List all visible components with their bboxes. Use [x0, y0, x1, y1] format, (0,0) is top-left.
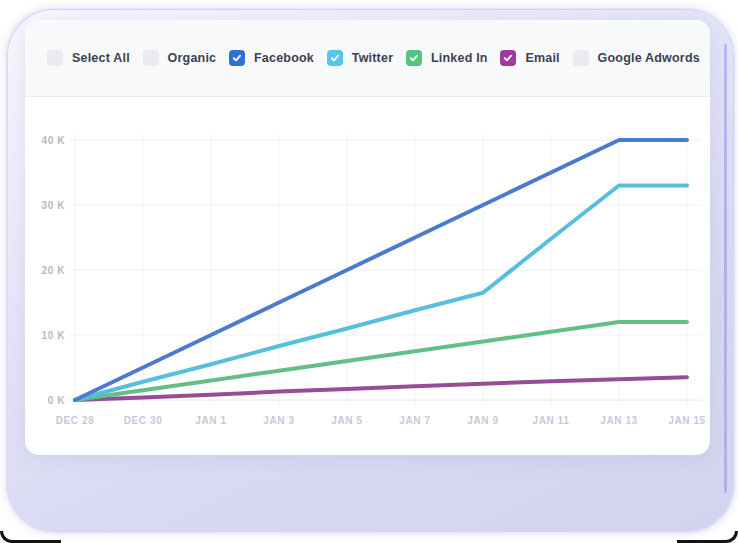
series-line-twitter: [75, 186, 687, 401]
checkbox-icon[interactable]: [229, 50, 245, 66]
filter-twitter[interactable]: Twitter: [327, 50, 393, 66]
filter-email[interactable]: Email: [500, 50, 559, 66]
checkbox-icon[interactable]: [573, 50, 589, 66]
screen-corner-bottom-left: [0, 531, 61, 543]
checkbox-icon[interactable]: [327, 50, 343, 66]
filter-google-adwords[interactable]: Google Adwords: [573, 50, 700, 66]
filter-label: Organic: [168, 51, 217, 65]
filter-label: Facebook: [254, 51, 314, 65]
filter-label: Twitter: [352, 51, 393, 65]
filter-organic[interactable]: Organic: [143, 50, 217, 66]
check-icon: [409, 53, 419, 63]
y-axis-label: 20 K: [41, 265, 65, 276]
filter-label: Select All: [72, 51, 130, 65]
x-axis-label: JAN 1: [195, 415, 226, 426]
x-axis-label: JAN 7: [399, 415, 430, 426]
check-icon: [503, 53, 513, 63]
screen-corner-bottom-right: [677, 531, 738, 543]
checkbox-icon[interactable]: [47, 50, 63, 66]
y-axis-label: 30 K: [41, 200, 65, 211]
x-axis-label: DEC 30: [124, 415, 163, 426]
filter-label: Google Adwords: [598, 51, 700, 65]
filter-linked-in[interactable]: Linked In: [406, 50, 488, 66]
x-axis-label: JAN 13: [600, 415, 638, 426]
checkbox-icon[interactable]: [143, 50, 159, 66]
filter-select-all[interactable]: Select All: [47, 50, 130, 66]
x-axis-label: DEC 28: [56, 415, 95, 426]
y-axis-label: 10 K: [41, 330, 65, 341]
chart-card: Select All Organic Facebook Twitter Link: [25, 20, 710, 455]
legend-filter-bar: Select All Organic Facebook Twitter Link: [25, 20, 710, 97]
x-axis-label: JAN 5: [331, 415, 362, 426]
x-axis-label: JAN 9: [467, 415, 498, 426]
checkbox-icon[interactable]: [500, 50, 516, 66]
x-axis-label: JAN 15: [668, 415, 706, 426]
y-axis-label: 40 K: [41, 135, 65, 146]
frame-right-accent: [724, 44, 727, 493]
filter-facebook[interactable]: Facebook: [229, 50, 314, 66]
x-axis-label: JAN 11: [533, 415, 570, 426]
filter-label: Linked In: [431, 51, 488, 65]
filter-label: Email: [525, 51, 559, 65]
chart-area: 0 K10 K20 K30 K40 KDEC 28DEC 30JAN 1JAN …: [25, 97, 710, 455]
x-axis-label: JAN 3: [263, 415, 294, 426]
traffic-line-chart: 0 K10 K20 K30 K40 KDEC 28DEC 30JAN 1JAN …: [25, 97, 710, 455]
check-icon: [330, 53, 340, 63]
y-axis-label: 0 K: [48, 395, 66, 406]
checkbox-icon[interactable]: [406, 50, 422, 66]
check-icon: [232, 53, 242, 63]
